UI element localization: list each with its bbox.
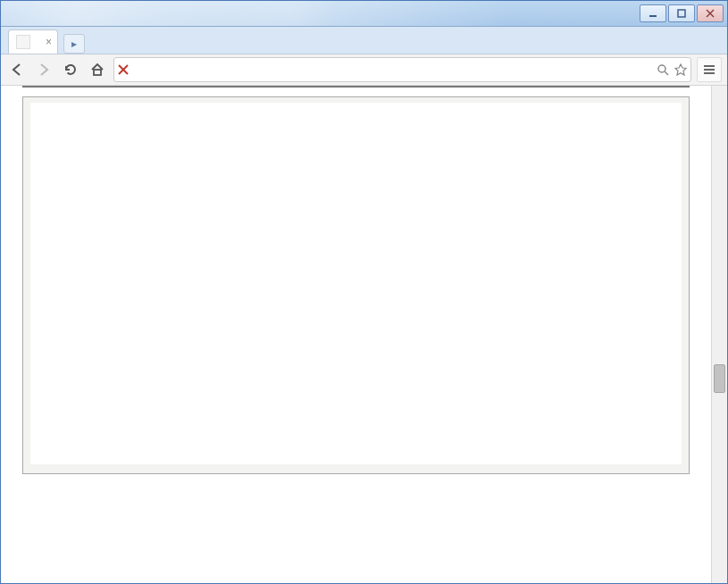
- chart-title: [25, 99, 687, 101]
- star-icon[interactable]: [674, 63, 687, 76]
- maximize-icon: [677, 9, 686, 18]
- browser-window: × ▸: [0, 0, 728, 584]
- home-button[interactable]: [87, 59, 108, 80]
- forward-button[interactable]: [33, 59, 54, 80]
- reload-icon: [63, 62, 79, 78]
- omnibox-actions: [651, 63, 687, 76]
- page-body: [1, 86, 711, 583]
- scrollbar-thumb[interactable]: [714, 364, 725, 393]
- close-icon: [706, 9, 715, 18]
- insecure-https-indicator: [118, 64, 131, 75]
- chart-legend: [25, 466, 687, 471]
- reload-button[interactable]: [60, 59, 81, 80]
- content-area: [1, 86, 727, 583]
- chart-container: [22, 96, 690, 474]
- svg-rect-4: [94, 70, 101, 75]
- page-top-rule: [22, 86, 690, 88]
- svg-line-8: [665, 71, 668, 75]
- browser-menu-button[interactable]: [697, 57, 722, 82]
- hamburger-icon: [702, 63, 716, 77]
- window-titlebar: [1, 1, 727, 27]
- minimize-icon: [649, 9, 657, 18]
- new-tab-button[interactable]: ▸: [63, 34, 85, 54]
- svg-rect-1: [678, 10, 685, 17]
- arrow-right-icon: [36, 62, 52, 78]
- maximize-button[interactable]: [668, 4, 695, 22]
- vertical-scrollbar[interactable]: [711, 86, 727, 583]
- search-icon[interactable]: [657, 63, 669, 76]
- svg-point-7: [658, 65, 665, 72]
- close-button[interactable]: [697, 4, 724, 22]
- window-buttons: [640, 4, 724, 22]
- home-icon: [89, 62, 105, 78]
- tab-close-icon[interactable]: ×: [46, 36, 52, 48]
- svg-marker-9: [675, 64, 686, 75]
- browser-toolbar: [1, 54, 727, 86]
- tab-favicon: [16, 35, 30, 49]
- browser-tab[interactable]: ×: [8, 29, 58, 54]
- back-button[interactable]: [6, 59, 28, 80]
- insecure-x-icon: [118, 64, 129, 75]
- plot-svg: [30, 103, 652, 464]
- chart-canvas: [30, 103, 682, 464]
- address-bar[interactable]: [113, 57, 691, 82]
- arrow-left-icon: [9, 62, 25, 78]
- minimize-button[interactable]: [640, 4, 666, 22]
- tab-strip: × ▸: [1, 27, 727, 54]
